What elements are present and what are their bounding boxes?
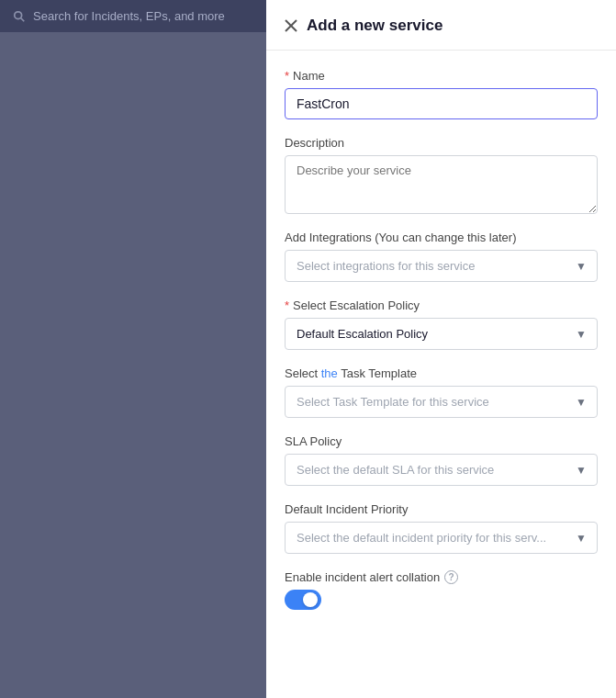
- description-label: Description: [285, 136, 598, 150]
- incident-priority-label: Default Incident Priority: [285, 502, 598, 516]
- integrations-select[interactable]: Select integrations for this service: [285, 250, 598, 282]
- collation-info-icon[interactable]: ?: [444, 570, 458, 584]
- escalation-policy-select[interactable]: Default Escalation Policy: [285, 318, 598, 350]
- sla-policy-field-group: SLA Policy Select the default SLA for th…: [285, 434, 598, 486]
- svg-line-1: [21, 17, 25, 21]
- escalation-required-marker: *: [285, 298, 289, 312]
- panel-body: *Name Description Add Integrations (You …: [266, 51, 616, 628]
- incident-priority-select-wrapper: Select the default incident priority for…: [285, 522, 598, 554]
- left-content-area: [0, 32, 266, 698]
- escalation-policy-field-group: *Select Escalation Policy Default Escala…: [285, 298, 598, 350]
- integrations-label: Add Integrations (You can change this la…: [285, 231, 598, 244]
- name-input[interactable]: [285, 88, 598, 119]
- incident-priority-field-group: Default Incident Priority Select the def…: [285, 502, 598, 554]
- sla-policy-label: SLA Policy: [285, 434, 598, 448]
- collation-field-group: Enable incident alert collation ?: [285, 570, 598, 610]
- collation-label-row: Enable incident alert collation ?: [285, 570, 598, 584]
- integrations-field-group: Add Integrations (You can change this la…: [285, 231, 598, 282]
- name-field-group: *Name: [285, 69, 598, 119]
- collation-label-text: Enable incident alert collation: [285, 570, 440, 584]
- svg-point-0: [15, 11, 22, 18]
- collation-toggle-container: [285, 590, 598, 610]
- escalation-policy-label: *Select Escalation Policy: [285, 298, 598, 312]
- sla-policy-select-wrapper: Select the default SLA for this service …: [285, 454, 598, 486]
- task-template-label: Select the Task Template: [285, 366, 598, 380]
- escalation-policy-select-wrapper: Default Escalation Policy ▼: [285, 318, 598, 350]
- left-panel: Search for Incidents, EPs, and more: [0, 0, 266, 698]
- integrations-select-wrapper: Select integrations for this service ▼: [285, 250, 598, 282]
- name-required-marker: *: [285, 69, 289, 83]
- search-bar[interactable]: Search for Incidents, EPs, and more: [0, 0, 266, 32]
- name-label: *Name: [285, 69, 598, 83]
- task-template-select-wrapper: Select Task Template for this service ▼: [285, 386, 598, 418]
- panel-header: Add a new service: [266, 0, 616, 51]
- description-input[interactable]: [285, 155, 598, 214]
- description-field-group: Description: [285, 136, 598, 214]
- task-template-field-group: Select the Task Template Select Task Tem…: [285, 366, 598, 418]
- incident-priority-select[interactable]: Select the default incident priority for…: [285, 522, 598, 554]
- search-placeholder: Search for Incidents, EPs, and more: [33, 9, 225, 23]
- search-icon: [13, 10, 26, 23]
- close-button[interactable]: [285, 19, 297, 32]
- collation-toggle-slider: [285, 590, 321, 610]
- add-service-panel: Add a new service *Name Description Add …: [266, 0, 616, 698]
- sla-policy-select[interactable]: Select the default SLA for this service: [285, 454, 598, 486]
- panel-title: Add a new service: [307, 17, 442, 35]
- task-template-select[interactable]: Select Task Template for this service: [285, 386, 598, 418]
- collation-toggle[interactable]: [285, 590, 321, 610]
